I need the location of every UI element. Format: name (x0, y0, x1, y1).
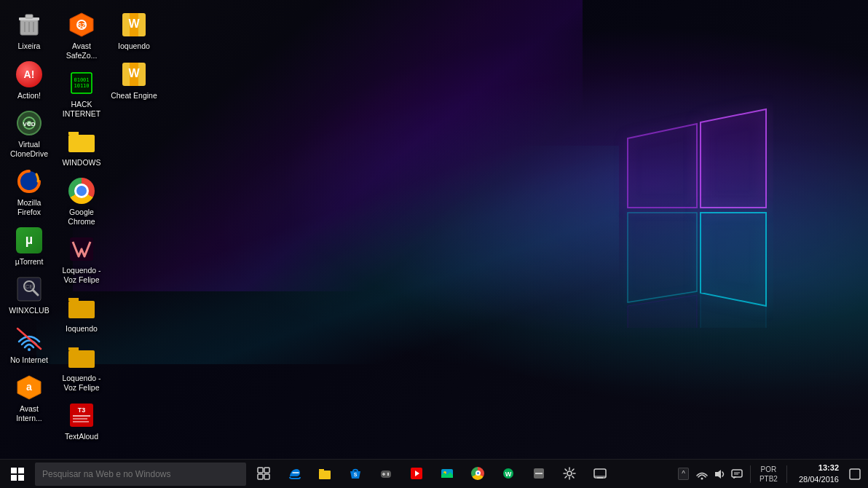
tray-icon-message[interactable] (730, 467, 744, 481)
icon-loquendo-voz[interactable]: Loquendo - Voz Felipe (55, 338, 108, 396)
tray-icon-volume[interactable] (712, 467, 727, 481)
loquendo-winrar-icon: W (119, 10, 149, 39)
svg-marker-66 (715, 470, 721, 479)
svg-rect-42 (258, 468, 263, 473)
loquendo-bottom-icon (67, 293, 96, 322)
store-button[interactable]: S (341, 460, 370, 489)
svg-rect-30 (73, 418, 87, 420)
task-view-button[interactable] (249, 460, 278, 489)
icon-winxclub[interactable]: Loquendo - Voz Felipe (55, 230, 108, 288)
icon-hack-internet[interactable]: 01001 10110 HACK INTERNET (55, 64, 108, 122)
icon-loquendo-voz-2[interactable]: W Cheat Engine (108, 55, 160, 105)
clock-date: 28/04/2016 (799, 474, 839, 485)
winxclub-icon (67, 235, 96, 264)
svg-rect-41 (18, 475, 24, 481)
tray-language[interactable]: POR PTB2 (757, 465, 781, 484)
textaloud-label: TextAloud (65, 432, 98, 441)
svg-rect-44 (258, 474, 263, 479)
system-tray: ^ POR PTB2 (672, 460, 868, 489)
svg-text:10110: 10110 (74, 83, 89, 89)
svg-text:T3: T3 (78, 406, 86, 414)
photos-button[interactable] (433, 460, 462, 489)
svg-text:VCD: VCD (23, 121, 36, 127)
svg-point-65 (701, 477, 703, 479)
icon-loquendo-winrar[interactable]: W Ioquendo (108, 6, 160, 55)
desktop: Lixeira A! Action! VCD Virtual CloneDriv… (0, 0, 868, 459)
chrome-taskbar-button[interactable] (463, 460, 492, 489)
svg-rect-45 (264, 474, 269, 479)
svg-rect-31 (73, 421, 89, 422)
game-button[interactable] (371, 460, 401, 489)
svg-rect-39 (18, 468, 24, 473)
icon-windows-folder[interactable]: WINDOWS (55, 122, 108, 172)
icon-loquendo-bottom[interactable]: Ioquendo (55, 288, 108, 338)
icon-virtualclonedrive[interactable]: VCD Virtual CloneDrive (3, 104, 55, 162)
svg-point-61 (567, 471, 572, 476)
lixeira-icon (15, 10, 44, 39)
icon-textaloud[interactable]: T3 TextAloud (55, 396, 108, 446)
clock-time: 13:32 (818, 463, 839, 473)
action-center-button[interactable] (848, 467, 862, 481)
taskbar-search-input[interactable] (35, 463, 246, 486)
utorrent-icon: µ (15, 226, 44, 255)
icon-google-chrome[interactable]: Google Chrome (55, 172, 108, 230)
lixeira-label: Lixeira (18, 42, 41, 51)
icon-action[interactable]: A! Action! (3, 55, 55, 105)
svg-rect-2 (25, 15, 33, 18)
icon-cheat-engine[interactable]: CE WINXCLUB (3, 270, 55, 320)
cheat-engine-icon: CE (15, 275, 44, 304)
firefox-label: Mozilla Firefox (6, 198, 52, 216)
taskbar-clock[interactable]: 13:32 28/04/2016 (793, 460, 845, 489)
start-button[interactable] (0, 460, 35, 489)
tray-icon-network[interactable] (695, 467, 709, 481)
loquendo-voz-icon (67, 342, 96, 371)
windows-folder-label: WINDOWS (62, 158, 100, 168)
edge-button[interactable] (280, 460, 309, 489)
no-internet-icon (15, 324, 44, 353)
firefox-icon (15, 167, 44, 196)
windows-logo (569, 95, 773, 328)
app8-button[interactable]: W (494, 460, 523, 489)
windows-folder-icon (67, 127, 96, 156)
loquendo-voz-2-label: Cheat Engine (111, 91, 157, 101)
avast-internet-icon: a (15, 373, 44, 402)
app11-button[interactable] (585, 460, 615, 489)
tray-separator-2 (786, 465, 787, 483)
cheat-engine-label: WINXCLUB (9, 306, 49, 315)
svg-text:W: W (128, 17, 140, 30)
taskbar: S (0, 459, 868, 488)
desktop-icons-container: Lixeira A! Action! VCD Virtual CloneDriv… (0, 0, 163, 459)
icon-lixeira[interactable]: Lixeira (3, 6, 55, 55)
svg-rect-38 (11, 468, 17, 473)
virtualclone-label: Virtual CloneDrive (6, 140, 52, 158)
taskbar-apps: S (249, 460, 615, 489)
utorrent-label: µTorrent (15, 257, 44, 267)
tray-separator (750, 465, 751, 483)
icon-mozilla-firefox[interactable]: Mozilla Firefox (3, 162, 55, 221)
show-hidden-button[interactable]: ^ (678, 468, 689, 480)
no-internet-label: No Internet (10, 355, 48, 365)
media-button[interactable] (402, 460, 431, 489)
icon-avast-safezone[interactable]: SZ Avast SafeZo... (55, 6, 108, 64)
file-explorer-button[interactable] (310, 460, 339, 489)
svg-rect-26 (68, 350, 95, 368)
icon-avast-internet[interactable]: a Avast Intern... (3, 369, 55, 427)
textaloud-icon: T3 (67, 401, 96, 430)
icon-utorrent[interactable]: µ µTorrent (3, 221, 55, 271)
avast-safezone-label: Avast SafeZo... (58, 42, 105, 60)
svg-rect-29 (73, 415, 90, 417)
chrome-label: Google Chrome (58, 208, 105, 226)
icon-no-internet[interactable]: No Internet (3, 320, 55, 369)
svg-text:SZ: SZ (77, 22, 86, 29)
svg-rect-67 (732, 470, 742, 477)
settings-button[interactable] (555, 460, 584, 489)
hack-internet-label: HACK INTERNET (58, 100, 105, 118)
app9-button[interactable] (524, 460, 553, 489)
svg-rect-46 (319, 471, 331, 479)
svg-point-52 (387, 473, 389, 475)
chrome-icon (67, 176, 96, 205)
winxclub-label: Loquendo - Voz Felipe (58, 266, 105, 284)
svg-text:W: W (505, 471, 512, 478)
loquendo-voz-2-icon: W (119, 60, 149, 89)
svg-rect-60 (535, 473, 542, 474)
